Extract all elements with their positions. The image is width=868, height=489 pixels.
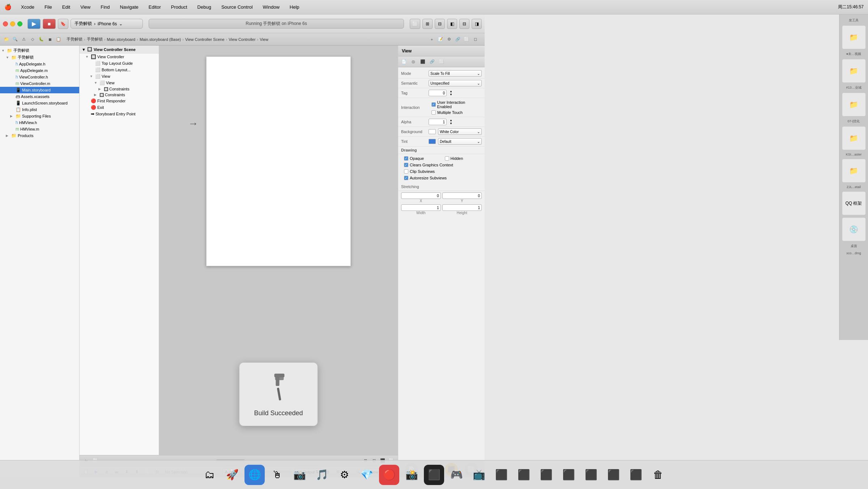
minimize-button[interactable] [10, 21, 15, 26]
far-right-folder-2[interactable]: 📁 [842, 59, 865, 82]
menu-find[interactable]: Find [98, 4, 112, 10]
menu-edit[interactable]: Edit [60, 4, 72, 10]
far-right-folder-1[interactable]: 📁 [842, 26, 865, 49]
tree-launchscreen[interactable]: 📱 LaunchScreen.storyboard [0, 100, 79, 106]
tint-select[interactable]: Default ⌄ [438, 138, 482, 145]
inspector-toggle[interactable]: ◨ [472, 19, 482, 29]
dock-app1[interactable]: 🔴 [379, 465, 399, 485]
tree-viewcontroller-h[interactable]: h ViewController.h [0, 74, 79, 80]
debug-toggle[interactable]: ⊟ [459, 19, 469, 29]
far-right-folder-5[interactable]: 📁 [842, 159, 865, 182]
dock-trash[interactable]: 🗑 [648, 465, 668, 485]
nav-warning-icon[interactable]: ⚠ [20, 36, 27, 43]
tag-up-icon[interactable]: ▲ [450, 90, 452, 93]
tag-input[interactable]: 0 [429, 90, 447, 96]
tint-swatch[interactable] [429, 139, 436, 144]
background-select[interactable]: White Color ⌄ [438, 128, 482, 135]
tree-appdelegate-m[interactable]: m AppDelegate.m [0, 67, 79, 74]
width-input[interactable]: 1 [401, 204, 441, 211]
menu-view[interactable]: View [78, 4, 93, 10]
dock-tv[interactable]: 📺 [469, 465, 489, 485]
menu-source-control[interactable]: Source Control [219, 4, 255, 10]
mode-select[interactable]: Scale To Fill ⌄ [429, 70, 482, 77]
inspector-tab-2[interactable]: ◎ [410, 58, 417, 65]
dock-app7[interactable]: ⬛ [603, 465, 624, 485]
menu-product[interactable]: Product [169, 4, 190, 10]
breadcrumb-item-5[interactable]: View Controller Scene [185, 37, 225, 42]
so-bottom-layout[interactable]: ⬜ Bottom Layout... [80, 67, 159, 73]
inspector-tab-3[interactable]: ⬛ [419, 58, 426, 65]
inspector-icon-5[interactable]: ◻ [472, 36, 479, 43]
clears-graphics-checkbox[interactable]: ✓ [404, 163, 408, 167]
breadcrumb-item-4[interactable]: Main.storyboard (Base) [140, 37, 181, 42]
inspector-icon-4[interactable]: ⬜ [463, 36, 470, 43]
navigator-toggle[interactable]: ◧ [447, 19, 457, 29]
opaque-checkbox[interactable]: ✓ [404, 156, 408, 161]
far-right-folder-3[interactable]: 📁 [842, 93, 865, 116]
nav-folder-icon[interactable]: 📁 [3, 36, 10, 43]
semantic-select[interactable]: Unspecified ⌄ [429, 80, 482, 86]
dock-music[interactable]: 🎵 [312, 465, 332, 485]
so-constraints-2[interactable]: ▶ 🔲 Constraints [80, 92, 159, 98]
scheme-display[interactable]: 手势解锁 › iPhone 6s ⌄ [71, 19, 143, 29]
tree-infoplist[interactable]: 📋 Info.plist [0, 106, 79, 113]
alpha-input[interactable]: 1 [429, 119, 447, 125]
menu-xcode[interactable]: Xcode [19, 4, 37, 10]
tree-hmview-m[interactable]: m HMView.m [0, 126, 79, 132]
hidden-checkbox[interactable] [445, 156, 449, 161]
alpha-down-icon[interactable]: ▼ [450, 122, 452, 125]
so-first-responder[interactable]: 🔴 First Responder [80, 98, 159, 104]
dock-app4[interactable]: ⬛ [536, 465, 556, 485]
breadcrumb-item-2[interactable]: 手势解锁 [87, 37, 103, 42]
maximize-button[interactable] [17, 21, 22, 26]
close-button[interactable] [3, 21, 8, 26]
tree-products[interactable]: ▶ 📁 Products [0, 132, 79, 139]
add-file-icon[interactable]: + [428, 36, 435, 43]
menu-file[interactable]: File [42, 4, 54, 10]
y-input[interactable]: 0 [442, 192, 482, 199]
background-swatch[interactable] [429, 129, 436, 134]
so-view-outer[interactable]: ▼ ⬜ View [80, 73, 159, 80]
dock-app6[interactable]: ⬛ [581, 465, 601, 485]
nav-search-icon[interactable]: 🔍 [12, 36, 19, 43]
multiple-touch-checkbox[interactable] [431, 110, 436, 115]
breadcrumb-item-1[interactable]: 手势解锁 [67, 37, 82, 42]
dock-app5[interactable]: ⬛ [558, 465, 579, 485]
dock-app3[interactable]: ⬛ [514, 465, 534, 485]
x-input[interactable]: 0 [401, 192, 441, 199]
inspector-icon-3[interactable]: 🔗 [454, 36, 461, 43]
tree-viewcontroller-m[interactable]: m ViewController.m [0, 80, 79, 87]
inspector-tab-4[interactable]: 🔗 [429, 58, 436, 65]
editor-standard-btn[interactable]: ⬜ [410, 19, 420, 29]
so-view-controller[interactable]: ▼ 🔲 View Controller [80, 54, 159, 60]
so-exit[interactable]: 🔴 Exit [80, 104, 159, 111]
menu-debug[interactable]: Debug [195, 4, 213, 10]
tree-group-main[interactable]: ▼ 📁 手势解锁 [0, 54, 79, 61]
tag-down-icon[interactable]: ▼ [450, 93, 452, 96]
nav-report-icon[interactable]: 📋 [55, 36, 62, 43]
dock-app8[interactable]: ⬛ [626, 465, 646, 485]
tree-assets[interactable]: 🗃 Assets.xcassets [0, 93, 79, 100]
dock-sketch[interactable]: 💎 [357, 465, 377, 485]
run-button[interactable]: ▶ [27, 19, 41, 29]
expand-icon[interactable]: ▼ [82, 47, 86, 52]
dock-mouse[interactable]: 🖱 [267, 465, 287, 485]
autoresize-checkbox[interactable]: ✓ [404, 176, 408, 180]
dock-safari[interactable]: 🌐 [244, 465, 265, 485]
menu-window[interactable]: Window [261, 4, 282, 10]
dock-terminal[interactable]: ⬛ [424, 465, 444, 485]
tree-supporting-files[interactable]: ▶ 📁 Supporting Files [0, 113, 79, 119]
dock-app2[interactable]: ⬛ [491, 465, 511, 485]
far-right-folder-4[interactable]: 📁 [842, 127, 865, 150]
inspector-tab-1[interactable]: 📄 [400, 58, 408, 65]
user-interaction-checkbox[interactable]: ✓ [431, 102, 436, 107]
dock-game[interactable]: 🎮 [446, 465, 467, 485]
so-constraints-1[interactable]: ▶ 🔲 Constraints [80, 86, 159, 92]
tree-main-storyboard[interactable]: 📱 Main.storyboard [0, 87, 79, 93]
clip-subviews-checkbox[interactable] [404, 169, 408, 174]
so-top-layout[interactable]: ⬜ Top Layout Guide [80, 60, 159, 67]
dock-settings[interactable]: ⚙ [334, 465, 354, 485]
dock-launchpad[interactable]: 🚀 [222, 465, 242, 485]
nav-debug-icon[interactable]: 🐛 [38, 36, 45, 43]
inspector-icon-2[interactable]: ⚙ [446, 36, 453, 43]
